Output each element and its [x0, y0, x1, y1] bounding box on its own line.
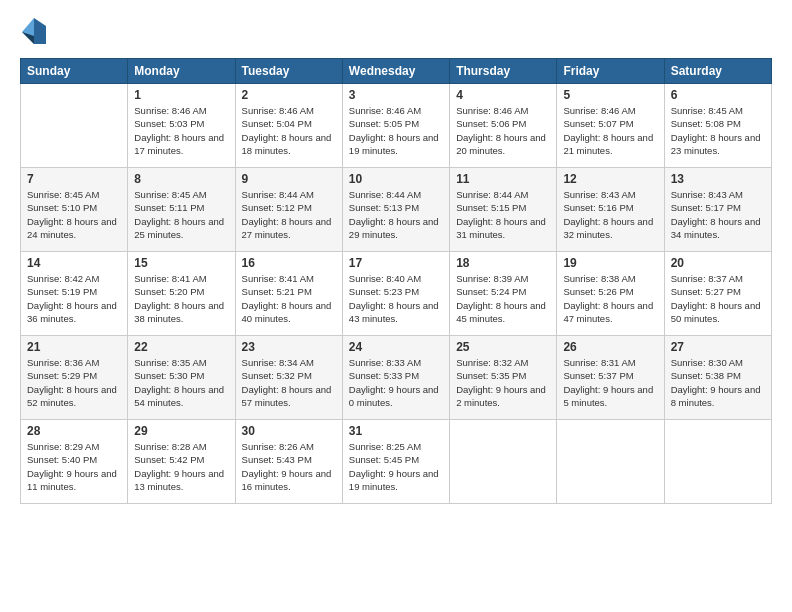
day-number: 6 [671, 88, 765, 102]
day-info: Sunrise: 8:29 AMSunset: 5:40 PMDaylight:… [27, 440, 121, 493]
header-day-sunday: Sunday [21, 59, 128, 84]
day-number: 29 [134, 424, 228, 438]
day-info: Sunrise: 8:25 AMSunset: 5:45 PMDaylight:… [349, 440, 443, 493]
day-number: 20 [671, 256, 765, 270]
day-number: 24 [349, 340, 443, 354]
calendar-cell: 4Sunrise: 8:46 AMSunset: 5:06 PMDaylight… [450, 84, 557, 168]
day-info: Sunrise: 8:36 AMSunset: 5:29 PMDaylight:… [27, 356, 121, 409]
calendar-cell: 28Sunrise: 8:29 AMSunset: 5:40 PMDayligh… [21, 420, 128, 504]
day-info: Sunrise: 8:45 AMSunset: 5:10 PMDaylight:… [27, 188, 121, 241]
day-info: Sunrise: 8:41 AMSunset: 5:21 PMDaylight:… [242, 272, 336, 325]
calendar-cell: 23Sunrise: 8:34 AMSunset: 5:32 PMDayligh… [235, 336, 342, 420]
day-number: 1 [134, 88, 228, 102]
day-number: 19 [563, 256, 657, 270]
day-number: 27 [671, 340, 765, 354]
calendar-cell: 19Sunrise: 8:38 AMSunset: 5:26 PMDayligh… [557, 252, 664, 336]
day-info: Sunrise: 8:43 AMSunset: 5:17 PMDaylight:… [671, 188, 765, 241]
calendar-cell: 11Sunrise: 8:44 AMSunset: 5:15 PMDayligh… [450, 168, 557, 252]
day-number: 21 [27, 340, 121, 354]
calendar-cell: 22Sunrise: 8:35 AMSunset: 5:30 PMDayligh… [128, 336, 235, 420]
day-info: Sunrise: 8:46 AMSunset: 5:06 PMDaylight:… [456, 104, 550, 157]
day-number: 15 [134, 256, 228, 270]
day-info: Sunrise: 8:44 AMSunset: 5:15 PMDaylight:… [456, 188, 550, 241]
day-info: Sunrise: 8:28 AMSunset: 5:42 PMDaylight:… [134, 440, 228, 493]
day-number: 13 [671, 172, 765, 186]
week-row-5: 28Sunrise: 8:29 AMSunset: 5:40 PMDayligh… [21, 420, 772, 504]
day-number: 10 [349, 172, 443, 186]
day-number: 30 [242, 424, 336, 438]
calendar-cell: 6Sunrise: 8:45 AMSunset: 5:08 PMDaylight… [664, 84, 771, 168]
calendar-cell: 25Sunrise: 8:32 AMSunset: 5:35 PMDayligh… [450, 336, 557, 420]
calendar-cell [450, 420, 557, 504]
day-number: 31 [349, 424, 443, 438]
day-info: Sunrise: 8:37 AMSunset: 5:27 PMDaylight:… [671, 272, 765, 325]
calendar-header-row: SundayMondayTuesdayWednesdayThursdayFrid… [21, 59, 772, 84]
calendar-cell: 27Sunrise: 8:30 AMSunset: 5:38 PMDayligh… [664, 336, 771, 420]
header-day-friday: Friday [557, 59, 664, 84]
day-number: 18 [456, 256, 550, 270]
day-info: Sunrise: 8:44 AMSunset: 5:13 PMDaylight:… [349, 188, 443, 241]
day-number: 3 [349, 88, 443, 102]
calendar-cell: 1Sunrise: 8:46 AMSunset: 5:03 PMDaylight… [128, 84, 235, 168]
calendar-cell: 17Sunrise: 8:40 AMSunset: 5:23 PMDayligh… [342, 252, 449, 336]
calendar-cell: 29Sunrise: 8:28 AMSunset: 5:42 PMDayligh… [128, 420, 235, 504]
day-number: 25 [456, 340, 550, 354]
calendar-cell: 3Sunrise: 8:46 AMSunset: 5:05 PMDaylight… [342, 84, 449, 168]
day-info: Sunrise: 8:26 AMSunset: 5:43 PMDaylight:… [242, 440, 336, 493]
day-info: Sunrise: 8:38 AMSunset: 5:26 PMDaylight:… [563, 272, 657, 325]
day-info: Sunrise: 8:40 AMSunset: 5:23 PMDaylight:… [349, 272, 443, 325]
day-number: 14 [27, 256, 121, 270]
header-day-tuesday: Tuesday [235, 59, 342, 84]
day-info: Sunrise: 8:30 AMSunset: 5:38 PMDaylight:… [671, 356, 765, 409]
day-number: 23 [242, 340, 336, 354]
day-info: Sunrise: 8:41 AMSunset: 5:20 PMDaylight:… [134, 272, 228, 325]
calendar-cell: 10Sunrise: 8:44 AMSunset: 5:13 PMDayligh… [342, 168, 449, 252]
calendar-cell: 12Sunrise: 8:43 AMSunset: 5:16 PMDayligh… [557, 168, 664, 252]
day-info: Sunrise: 8:32 AMSunset: 5:35 PMDaylight:… [456, 356, 550, 409]
calendar-cell: 7Sunrise: 8:45 AMSunset: 5:10 PMDaylight… [21, 168, 128, 252]
day-number: 5 [563, 88, 657, 102]
day-info: Sunrise: 8:46 AMSunset: 5:05 PMDaylight:… [349, 104, 443, 157]
calendar-cell: 31Sunrise: 8:25 AMSunset: 5:45 PMDayligh… [342, 420, 449, 504]
week-row-3: 14Sunrise: 8:42 AMSunset: 5:19 PMDayligh… [21, 252, 772, 336]
day-number: 11 [456, 172, 550, 186]
calendar-cell: 13Sunrise: 8:43 AMSunset: 5:17 PMDayligh… [664, 168, 771, 252]
calendar-cell: 18Sunrise: 8:39 AMSunset: 5:24 PMDayligh… [450, 252, 557, 336]
day-info: Sunrise: 8:45 AMSunset: 5:11 PMDaylight:… [134, 188, 228, 241]
header-day-thursday: Thursday [450, 59, 557, 84]
calendar-cell: 15Sunrise: 8:41 AMSunset: 5:20 PMDayligh… [128, 252, 235, 336]
day-number: 16 [242, 256, 336, 270]
week-row-4: 21Sunrise: 8:36 AMSunset: 5:29 PMDayligh… [21, 336, 772, 420]
calendar-cell: 20Sunrise: 8:37 AMSunset: 5:27 PMDayligh… [664, 252, 771, 336]
day-info: Sunrise: 8:42 AMSunset: 5:19 PMDaylight:… [27, 272, 121, 325]
day-number: 12 [563, 172, 657, 186]
calendar-cell: 16Sunrise: 8:41 AMSunset: 5:21 PMDayligh… [235, 252, 342, 336]
calendar-cell: 9Sunrise: 8:44 AMSunset: 5:12 PMDaylight… [235, 168, 342, 252]
logo [20, 16, 52, 48]
calendar-cell: 2Sunrise: 8:46 AMSunset: 5:04 PMDaylight… [235, 84, 342, 168]
svg-marker-0 [34, 18, 46, 44]
header [20, 16, 772, 48]
day-number: 8 [134, 172, 228, 186]
day-info: Sunrise: 8:46 AMSunset: 5:07 PMDaylight:… [563, 104, 657, 157]
week-row-2: 7Sunrise: 8:45 AMSunset: 5:10 PMDaylight… [21, 168, 772, 252]
day-number: 2 [242, 88, 336, 102]
day-number: 9 [242, 172, 336, 186]
header-day-saturday: Saturday [664, 59, 771, 84]
calendar-cell: 8Sunrise: 8:45 AMSunset: 5:11 PMDaylight… [128, 168, 235, 252]
logo-icon [20, 16, 48, 48]
day-number: 4 [456, 88, 550, 102]
calendar-cell: 30Sunrise: 8:26 AMSunset: 5:43 PMDayligh… [235, 420, 342, 504]
calendar-cell: 21Sunrise: 8:36 AMSunset: 5:29 PMDayligh… [21, 336, 128, 420]
calendar-cell: 24Sunrise: 8:33 AMSunset: 5:33 PMDayligh… [342, 336, 449, 420]
calendar-cell [21, 84, 128, 168]
day-info: Sunrise: 8:44 AMSunset: 5:12 PMDaylight:… [242, 188, 336, 241]
calendar-cell: 14Sunrise: 8:42 AMSunset: 5:19 PMDayligh… [21, 252, 128, 336]
day-info: Sunrise: 8:34 AMSunset: 5:32 PMDaylight:… [242, 356, 336, 409]
day-number: 22 [134, 340, 228, 354]
calendar-cell [557, 420, 664, 504]
day-number: 17 [349, 256, 443, 270]
day-info: Sunrise: 8:33 AMSunset: 5:33 PMDaylight:… [349, 356, 443, 409]
calendar-table: SundayMondayTuesdayWednesdayThursdayFrid… [20, 58, 772, 504]
day-info: Sunrise: 8:45 AMSunset: 5:08 PMDaylight:… [671, 104, 765, 157]
